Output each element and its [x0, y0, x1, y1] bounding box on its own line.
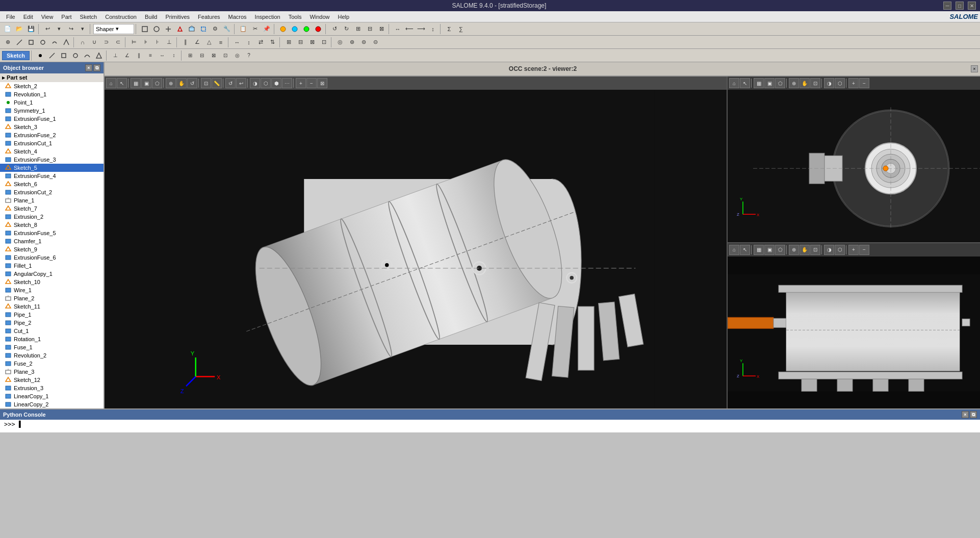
tb-btn-1[interactable]: [139, 23, 150, 35]
brvp-pan[interactable]: ✋: [800, 245, 810, 255]
tb-btn-15[interactable]: [313, 23, 324, 35]
tree-item-sketch-8[interactable]: Sketch_8: [0, 221, 104, 229]
tb-btn-11[interactable]: 📌: [261, 23, 272, 35]
tb2-btn-21[interactable]: ⇄: [255, 37, 266, 48]
main-scene[interactable]: X Y Z: [105, 90, 727, 408]
tb2-btn-2[interactable]: [14, 37, 25, 48]
tb-btn-20[interactable]: ⊠: [376, 23, 387, 35]
redo-button[interactable]: ↪: [65, 23, 76, 35]
undo-button[interactable]: ↩: [42, 23, 53, 35]
brvp-fit[interactable]: ⊡: [810, 245, 820, 255]
tb2-btn-13[interactable]: ⊦: [152, 37, 163, 48]
main-viewport[interactable]: ⌂ ↖ ▦ ▣ ⬠ ⊕ ✋ ↺ ⊡ 📏 ↺ ↩: [105, 76, 728, 408]
brvp-sel1[interactable]: ▦: [754, 245, 764, 255]
menu-primitives[interactable]: Primitives: [161, 13, 194, 21]
tree-item-pipe-1[interactable]: Pipe_1: [0, 311, 104, 319]
tb-btn-6[interactable]: [198, 23, 209, 35]
tree-item-fillet-1[interactable]: Fillet_1: [0, 262, 104, 270]
tree-item-extrusionfuse-4[interactable]: ExtrusionFuse_4: [0, 172, 104, 180]
tb2-btn-6[interactable]: [61, 37, 72, 48]
sk-btn-15[interactable]: ⊠: [208, 50, 219, 61]
bottom-right-viewport[interactable]: ⌂ ↖ ▦ ▣ ⬠ ⊕ ✋ ⊡ ◑ ⬡ +: [728, 243, 980, 409]
tb-btn-25[interactable]: Σ: [444, 23, 455, 35]
sk-btn-3[interactable]: [58, 50, 69, 61]
tree-item-extrusion-2[interactable]: Extrusion_2: [0, 213, 104, 221]
redo-dropdown[interactable]: ▾: [77, 23, 88, 35]
tree-item-angularcopy-1[interactable]: AngularCopy_1: [0, 270, 104, 278]
vp-select2[interactable]: ▣: [141, 78, 151, 88]
vp-home[interactable]: ⌂: [106, 78, 116, 88]
tree-item-sketch-3[interactable]: Sketch_3: [0, 123, 104, 131]
sk-btn-16[interactable]: ⊡: [220, 50, 231, 61]
vp-zoom[interactable]: ⊕: [166, 78, 176, 88]
console-content[interactable]: >>> ▌: [0, 420, 980, 429]
menu-file[interactable]: File: [2, 13, 19, 21]
close-button[interactable]: ✕: [968, 2, 976, 10]
brvp-shading[interactable]: ◑: [824, 245, 834, 255]
tb-btn-19[interactable]: ⊟: [364, 23, 375, 35]
tree-item-extrusioncut-1[interactable]: ExtrusionCut_1: [0, 139, 104, 147]
vp-cursor[interactable]: ↖: [117, 78, 127, 88]
open-button[interactable]: 📂: [14, 23, 25, 35]
vp-poly[interactable]: ⬠: [152, 78, 162, 88]
tb-btn-8[interactable]: 🔧: [221, 23, 233, 35]
trvp-fit[interactable]: ⊡: [810, 78, 820, 88]
tree-item-sketch-12[interactable]: Sketch_12: [0, 376, 104, 384]
menu-window[interactable]: Window: [305, 13, 333, 21]
sk-btn-2[interactable]: [46, 50, 58, 61]
tb-btn-12[interactable]: [277, 23, 289, 35]
tree-item-extrusionfuse-3[interactable]: ExtrusionFuse_3: [0, 156, 104, 164]
tb2-btn-28[interactable]: ⊛: [346, 37, 357, 48]
tb-btn-18[interactable]: ⊞: [352, 23, 364, 35]
tb-btn-24[interactable]: ↕: [427, 23, 439, 35]
viewport-close-btn[interactable]: ×: [971, 65, 978, 72]
titlebar-controls[interactable]: ─ □ ✕: [943, 2, 976, 10]
menu-tools[interactable]: Tools: [285, 13, 306, 21]
vp-select[interactable]: ▦: [131, 78, 141, 88]
tree-item-rotation-1[interactable]: Rotation_1: [0, 335, 104, 343]
undo-dropdown[interactable]: ▾: [54, 23, 65, 35]
tb-btn-4[interactable]: [174, 23, 186, 35]
sk-btn-13[interactable]: ⊞: [185, 50, 196, 61]
console-float-btn[interactable]: ⧉: [970, 411, 977, 418]
trvp-wire[interactable]: ⬡: [835, 78, 845, 88]
tree-item-extrusion-3[interactable]: Extrusion_3: [0, 384, 104, 392]
tb2-btn-12[interactable]: ⊧: [140, 37, 151, 48]
tree-item-sketch-6[interactable]: Sketch_6: [0, 180, 104, 188]
trvp-zout[interactable]: −: [859, 78, 869, 88]
minimize-button[interactable]: ─: [943, 2, 951, 10]
tb-btn-7[interactable]: ⚙: [210, 23, 221, 35]
tb2-btn-24[interactable]: ⊟: [295, 37, 306, 48]
tb-btn-9[interactable]: 📋: [238, 23, 249, 35]
tree-item-revolution-1[interactable]: Revolution_1: [0, 90, 104, 98]
sk-btn-6[interactable]: [93, 50, 105, 61]
tree-item-sketch-9[interactable]: Sketch_9: [0, 245, 104, 253]
tb2-btn-16[interactable]: ∠: [192, 37, 203, 48]
tree-item-sketch-5[interactable]: Sketch_5: [0, 164, 104, 172]
menu-edit[interactable]: Edit: [19, 13, 37, 21]
tb-btn-21[interactable]: ↔: [392, 23, 403, 35]
tree-item-plane-3[interactable]: Plane_3: [0, 368, 104, 376]
tb2-btn-26[interactable]: ⊡: [318, 37, 329, 48]
tree-item-extrusioncut-2[interactable]: ExtrusionCut_2: [0, 188, 104, 196]
brvp-wire[interactable]: ⬡: [835, 245, 845, 255]
trvp-pan[interactable]: ✋: [800, 78, 810, 88]
tb2-btn-19[interactable]: ↔: [231, 37, 243, 48]
tree-item-sketch-7[interactable]: Sketch_7: [0, 204, 104, 213]
sk-btn-9[interactable]: ∥: [133, 50, 144, 61]
tree-item-wire-1[interactable]: Wire_1: [0, 286, 104, 294]
sidebar-close-btn[interactable]: ×: [85, 64, 92, 71]
sk-btn-1[interactable]: [35, 50, 46, 61]
trvp-shading[interactable]: ◑: [824, 78, 834, 88]
tb-btn-22[interactable]: ⟵: [404, 23, 415, 35]
top-right-viewport[interactable]: ⌂ ↖ ▦ ▣ ⬠ ⊕ ✋ ⊡ ◑ ⬡ +: [728, 76, 980, 243]
tb2-btn-9[interactable]: ⊃: [100, 37, 112, 48]
menu-help[interactable]: Help: [334, 13, 354, 21]
tb-btn-13[interactable]: [289, 23, 300, 35]
console-close-btn[interactable]: ×: [962, 411, 969, 418]
tb2-btn-23[interactable]: ⊞: [283, 37, 294, 48]
sk-btn-4[interactable]: [70, 50, 81, 61]
vp-undo-view[interactable]: ↩: [236, 78, 246, 88]
brvp-zin[interactable]: +: [848, 245, 859, 255]
menu-construction[interactable]: Construction: [101, 13, 141, 21]
